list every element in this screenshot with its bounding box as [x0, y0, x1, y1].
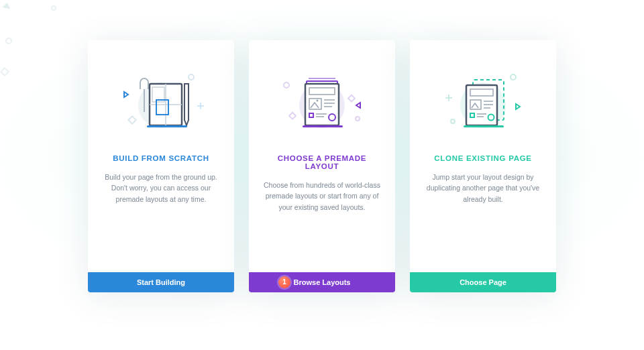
decoration-circle — [5, 38, 12, 44]
card-content: CLONE EXISTING PAGE Jump start your layo… — [410, 148, 556, 272]
card-description: Choose from hundreds of world-class prem… — [261, 180, 383, 213]
step-badge: 1 — [278, 276, 290, 288]
decoration-circle — [51, 5, 56, 11]
start-building-button[interactable]: Start Building — [88, 272, 234, 292]
svg-marker-50 — [516, 104, 520, 109]
svg-marker-32 — [356, 103, 360, 108]
svg-marker-11 — [124, 92, 128, 97]
card-content: CHOOSE A PREMADE LAYOUT Choose from hund… — [249, 148, 395, 272]
svg-rect-16 — [305, 84, 339, 125]
card-description: Jump start your layout design by duplica… — [422, 172, 544, 205]
card-title: CHOOSE A PREMADE LAYOUT — [261, 154, 383, 170]
svg-rect-10 — [128, 116, 136, 123]
svg-rect-7 — [147, 125, 187, 127]
clone-page-icon — [410, 40, 556, 148]
premade-layout-icon — [249, 40, 395, 148]
svg-rect-30 — [348, 95, 355, 102]
svg-point-47 — [451, 119, 455, 123]
svg-rect-27 — [303, 125, 343, 127]
choose-page-button[interactable]: Choose Page — [410, 272, 556, 292]
card-title: CLONE EXISTING PAGE — [422, 154, 544, 162]
svg-point-19 — [317, 100, 319, 102]
svg-rect-45 — [464, 125, 504, 127]
svg-point-29 — [356, 117, 360, 121]
svg-point-46 — [511, 74, 516, 80]
card-clone-existing-page: CLONE EXISTING PAGE Jump start your layo… — [410, 40, 556, 292]
build-from-scratch-icon — [88, 40, 234, 148]
card-content: BUILD FROM SCRATCH Build your page from … — [88, 148, 234, 272]
svg-point-12 — [189, 74, 194, 80]
decoration-square — [0, 67, 9, 76]
decoration-triangle — [2, 2, 11, 9]
card-title: BUILD FROM SCRATCH — [100, 154, 222, 162]
card-choose-premade-layout: CHOOSE A PREMADE LAYOUT Choose from hund… — [249, 40, 395, 292]
card-build-from-scratch: BUILD FROM SCRATCH Build your page from … — [88, 40, 234, 292]
button-label: Choose Page — [460, 278, 506, 286]
button-label: Start Building — [137, 278, 185, 286]
option-cards: BUILD FROM SCRATCH Build your page from … — [88, 40, 556, 292]
svg-point-28 — [284, 82, 289, 88]
browse-layouts-button[interactable]: 1 Browse Layouts — [249, 272, 395, 292]
card-description: Build your page from the ground up. Don'… — [100, 172, 222, 205]
button-label: Browse Layouts — [294, 278, 351, 286]
svg-rect-31 — [289, 113, 296, 119]
